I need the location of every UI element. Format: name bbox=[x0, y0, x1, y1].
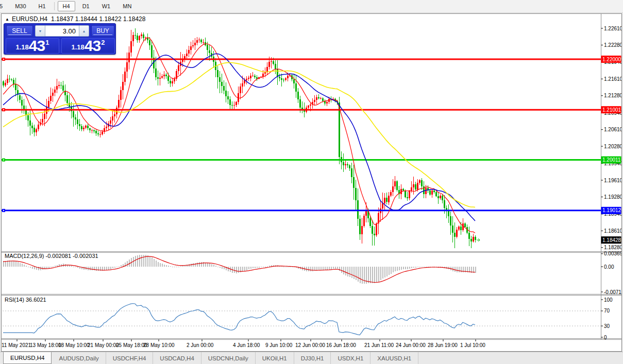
tab-usdx-h1[interactable]: USDX,H1 bbox=[331, 352, 371, 364]
buy-price-pip: 2 bbox=[101, 39, 105, 46]
svg-text:16 Jun 18:00: 16 Jun 18:00 bbox=[326, 342, 356, 348]
sell-price-quote[interactable]: 1.18 43 1 bbox=[6, 38, 59, 54]
svg-text:1.19280: 1.19280 bbox=[604, 194, 621, 200]
svg-text:1.22280: 1.22280 bbox=[604, 42, 621, 48]
svg-text:28 May 10:00: 28 May 10:00 bbox=[143, 342, 175, 348]
tab-audusd-daily[interactable]: AUDUSD,Daily bbox=[52, 352, 106, 364]
svg-text:1.22000: 1.22000 bbox=[602, 57, 621, 62]
timeframe-toolbar: 5 M30 H1 H4 D1 W1 MN bbox=[0, 0, 623, 13]
svg-text:1 Jul 10:00: 1 Jul 10:00 bbox=[460, 342, 485, 348]
volume-input[interactable] bbox=[45, 25, 79, 37]
sell-price-prefix: 1.18 bbox=[16, 43, 29, 51]
svg-text:1.19610: 1.19610 bbox=[604, 178, 621, 183]
toolbar-separator bbox=[54, 2, 55, 10]
svg-text:4 Jun 18:00: 4 Jun 18:00 bbox=[233, 342, 260, 348]
svg-text:1.20011: 1.20011 bbox=[602, 157, 621, 163]
tab-usdcad-h4[interactable]: USDCAD,H4 bbox=[153, 352, 201, 364]
ohlc-values: 1.18437 1.18444 1.18422 1.18428 bbox=[51, 15, 146, 23]
tab-eurusd-h4[interactable]: EURUSD,H4 bbox=[3, 352, 52, 364]
svg-text:70: 70 bbox=[604, 308, 610, 314]
svg-text:100: 100 bbox=[604, 297, 613, 303]
buy-button[interactable]: BUY bbox=[91, 25, 114, 37]
svg-text:1.18428: 1.18428 bbox=[602, 237, 621, 243]
svg-text:1.19012: 1.19012 bbox=[602, 207, 621, 213]
tab-xauusd-h1[interactable]: XAUUSD,H1 bbox=[371, 352, 418, 364]
svg-text:1.20280: 1.20280 bbox=[604, 144, 621, 149]
timeframe-m15-partial[interactable]: 5 bbox=[0, 1, 8, 11]
svg-text:11 May 2021: 11 May 2021 bbox=[2, 342, 31, 348]
buy-price-prefix: 1.18 bbox=[72, 43, 85, 51]
volume-decrease-button[interactable]: ▼ bbox=[35, 25, 45, 37]
svg-text:21 Jun 11:00: 21 Jun 11:00 bbox=[364, 342, 394, 348]
svg-text:1.18610: 1.18610 bbox=[604, 228, 621, 234]
svg-text:1.21001: 1.21001 bbox=[602, 107, 621, 113]
buy-price-quote[interactable]: 1.18 43 2 bbox=[61, 38, 115, 54]
timeframe-w1[interactable]: W1 bbox=[97, 1, 116, 11]
svg-text:12 Jun 00:00: 12 Jun 00:00 bbox=[295, 342, 325, 348]
svg-text:25 May 18:00: 25 May 18:00 bbox=[116, 342, 147, 348]
svg-text:0.003697: 0.003697 bbox=[604, 251, 621, 256]
volume-increase-button[interactable]: ▲ bbox=[79, 25, 89, 37]
svg-text:1.20610: 1.20610 bbox=[604, 127, 621, 132]
timeframe-d1[interactable]: D1 bbox=[77, 1, 95, 11]
svg-text:-0.007182: -0.007182 bbox=[604, 289, 621, 295]
rsi-indicator-label: RSI(14) 36.6021 bbox=[5, 297, 46, 303]
symbol-tab-bar: EURUSD,H4 AUDUSD,Daily USDCHF,H4 USDCAD,… bbox=[0, 352, 623, 364]
chart-window: 1.226101.222801.219401.216101.212801.209… bbox=[1, 13, 622, 352]
tab-ukoil-h1[interactable]: UKOil,H1 bbox=[256, 352, 294, 364]
arrow-down-icon: ▼ bbox=[39, 29, 42, 33]
arrow-up-icon: ▲ bbox=[82, 29, 86, 33]
svg-text:28 Jun 19:00: 28 Jun 19:00 bbox=[428, 342, 458, 348]
tab-usdchf-h4[interactable]: USDCHF,H4 bbox=[106, 352, 154, 364]
svg-text:0.00: 0.00 bbox=[604, 264, 614, 270]
svg-text:30: 30 bbox=[604, 323, 610, 329]
sell-button[interactable]: SELL bbox=[6, 25, 33, 37]
timeframe-mn[interactable]: MN bbox=[117, 1, 137, 11]
symbol-ohlc-header: ▲EURUSD,H4 1.18437 1.18444 1.18422 1.184… bbox=[5, 15, 145, 23]
svg-text:13 May 18:00: 13 May 18:00 bbox=[30, 342, 61, 348]
trade-panel-toggle-icon[interactable]: ▲ bbox=[5, 17, 9, 22]
sell-price-big: 43 bbox=[29, 39, 45, 53]
svg-text:1.18280: 1.18280 bbox=[604, 245, 621, 250]
svg-text:0: 0 bbox=[604, 335, 607, 340]
svg-text:1.21610: 1.21610 bbox=[604, 76, 621, 82]
chart-canvas[interactable]: 1.226101.222801.219401.216101.212801.209… bbox=[2, 14, 621, 351]
svg-text:21 May 00:00: 21 May 00:00 bbox=[88, 342, 119, 348]
tab-dj30-h1[interactable]: DJ30,H1 bbox=[294, 352, 331, 364]
macd-indicator-label: MACD(12,26,9) -0.002081 -0.002031 bbox=[5, 253, 98, 259]
svg-text:9 Jun 10:00: 9 Jun 10:00 bbox=[265, 342, 293, 348]
svg-text:18 May 10:00: 18 May 10:00 bbox=[58, 342, 90, 348]
timeframe-h4[interactable]: H4 bbox=[58, 1, 75, 11]
svg-text:24 Jun 00:00: 24 Jun 00:00 bbox=[396, 342, 426, 348]
sell-price-pip: 1 bbox=[45, 39, 49, 46]
buy-price-big: 43 bbox=[85, 39, 100, 53]
timeframe-m30[interactable]: M30 bbox=[10, 1, 31, 11]
svg-text:2 Jun 00:00: 2 Jun 00:00 bbox=[187, 342, 214, 348]
svg-text:1.22610: 1.22610 bbox=[604, 26, 621, 31]
tab-usdcnh-daily[interactable]: USDCNH,Daily bbox=[201, 352, 256, 364]
one-click-trade-panel: SELL ▼ ▲ BUY 1.18 43 1 1.18 43 2 bbox=[4, 23, 116, 55]
timeframe-h1[interactable]: H1 bbox=[33, 1, 51, 11]
symbol-label: EURUSD,H4 bbox=[12, 15, 47, 23]
svg-text:1.21280: 1.21280 bbox=[604, 93, 621, 98]
